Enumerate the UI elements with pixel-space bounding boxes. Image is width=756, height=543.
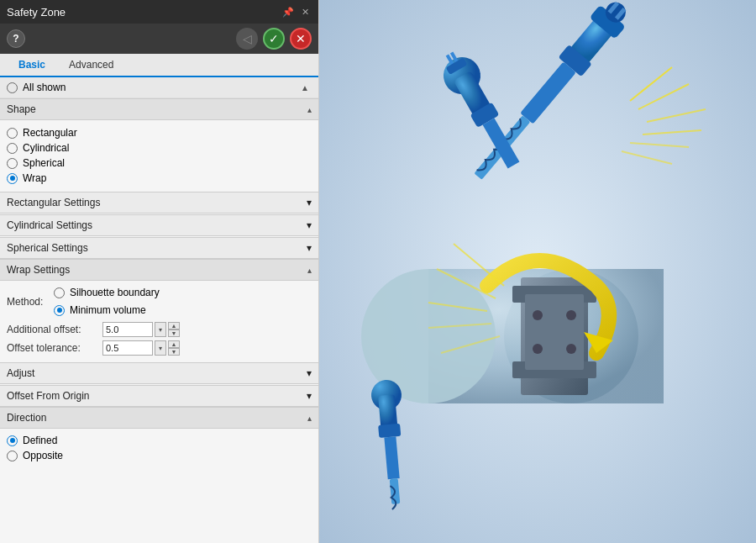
method-silhouette-label: Silhouette boundary [70,287,160,298]
rectangular-settings-header[interactable]: Rectangular Settings ▾ [0,192,318,214]
rectangular-settings-chevron: ▾ [307,197,312,208]
window-close-icon[interactable]: ✕ [298,5,312,18]
offset-tolerance-row: Offset tolerance: ▾ ▲ ▼ [7,339,312,357]
toolbar-row: ? ◁ ✓ ✕ [0,24,318,54]
spherical-settings-header[interactable]: Spherical Settings ▾ [0,237,318,259]
direction-section-chevron: ▴ [307,414,312,423]
method-silhouette-option[interactable]: Silhouette boundary [54,285,160,300]
left-panel: Safety Zone 📌 ✕ ? ◁ ✓ ✕ Basic Advanced A… [0,0,319,543]
additional-offset-input-group: ▾ ▲ ▼ [102,322,180,337]
offset-from-origin-header[interactable]: Offset From Origin ▾ [0,385,318,407]
shape-section-body: Rectangular Cylindrical Spherical Wrap [0,120,318,191]
additional-offset-spin-down[interactable]: ▼ [168,329,180,337]
all-shown-label: All shown [23,82,66,93]
title-bar: Safety Zone 📌 ✕ [0,0,318,24]
cylindrical-settings-chevron: ▾ [307,219,312,231]
additional-offset-row: Additional offset: ▾ ▲ ▼ [7,320,312,339]
offset-tolerance-input-group: ▾ ▲ ▼ [102,340,180,356]
shape-wrap-radio[interactable] [7,173,18,184]
method-silhouette-radio[interactable] [54,287,65,298]
method-minimum-option[interactable]: Minimum volume [54,303,160,318]
shape-spherical-label: Spherical [23,157,65,169]
ok-button[interactable]: ✓ [263,28,285,50]
all-shown-row: All shown ▲ [0,77,318,98]
panel-scroll[interactable]: Shape ▴ Rectangular Cylindrical Spherica… [0,98,318,543]
additional-offset-spinners: ▲ ▼ [168,322,180,337]
spherical-settings-chevron: ▾ [307,242,312,254]
viewport-3d[interactable] [319,0,756,543]
help-button[interactable]: ? [7,29,25,48]
direction-opposite-label: Opposite [23,450,63,461]
shape-wrap-option[interactable]: Wrap [7,171,312,186]
shape-chevron: ▴ [307,105,312,114]
back-button[interactable]: ◁ [236,28,258,50]
tab-advanced[interactable]: Advanced [57,54,125,77]
method-row: Method: Silhouette boundary Minimum volu… [7,285,312,318]
adjust-section-label: Adjust [7,367,34,379]
additional-offset-input[interactable] [102,322,153,337]
shape-spherical-option[interactable]: Spherical [7,156,312,171]
svg-rect-7 [525,294,584,370]
all-shown-radio[interactable] [7,82,18,93]
shape-rectangular-option[interactable]: Rectangular [7,125,312,140]
tabs-row: Basic Advanced [0,54,318,77]
window-title: Safety Zone [7,6,66,18]
shape-cylindrical-option[interactable]: Cylindrical [7,140,312,156]
adjust-section-header[interactable]: Adjust ▾ [0,362,318,384]
direction-defined-option[interactable]: Defined [7,433,312,448]
adjust-section-chevron: ▾ [307,367,312,379]
wrap-settings-label: Wrap Settings [7,264,70,276]
svg-point-11 [566,344,576,354]
svg-point-8 [533,310,543,320]
svg-point-9 [566,310,576,320]
shape-section-header[interactable]: Shape ▴ [0,98,318,120]
direction-section-label: Direction [7,412,46,424]
method-label: Method: [7,296,50,308]
offset-tolerance-spin-up[interactable]: ▲ [168,340,180,348]
direction-section-header[interactable]: Direction ▴ [0,407,318,429]
scroll-up-button[interactable]: ▲ [298,81,312,94]
title-bar-icons: 📌 ✕ [281,5,312,18]
additional-offset-label: Additional offset: [7,324,99,335]
shape-cylindrical-radio[interactable] [7,143,18,154]
offset-tolerance-dropdown[interactable]: ▾ [155,340,166,356]
offset-tolerance-spinners: ▲ ▼ [168,340,180,356]
action-buttons: ◁ ✓ ✕ [236,28,312,50]
direction-opposite-option[interactable]: Opposite [7,448,312,463]
spherical-settings-label: Spherical Settings [7,242,88,254]
direction-defined-radio[interactable] [7,435,18,446]
wrap-settings-header[interactable]: Wrap Settings ▴ [0,259,318,281]
tab-basic[interactable]: Basic [7,54,57,77]
rectangular-settings-label: Rectangular Settings [7,197,100,208]
svg-rect-30 [378,424,401,438]
shape-cylindrical-label: Cylindrical [23,142,69,154]
wrap-settings-chevron: ▴ [307,266,312,275]
shape-rectangular-label: Rectangular [23,127,77,139]
method-minimum-radio[interactable] [54,305,65,316]
method-minimum-label: Minimum volume [70,304,146,316]
method-options: Silhouette boundary Minimum volume [54,285,160,318]
direction-section-body: Defined Opposite [0,429,318,467]
title-bar-left: Safety Zone [7,6,66,18]
wrap-settings-body: Method: Silhouette boundary Minimum volu… [0,281,318,361]
cylindrical-settings-header[interactable]: Cylindrical Settings ▾ [0,214,318,236]
pin-icon[interactable]: 📌 [281,5,295,18]
shape-rectangular-radio[interactable] [7,128,18,139]
shape-wrap-label: Wrap [23,172,46,184]
additional-offset-dropdown[interactable]: ▾ [155,322,166,337]
direction-defined-label: Defined [23,435,57,446]
shape-section-label: Shape [7,103,36,115]
shape-spherical-radio[interactable] [7,158,18,169]
cancel-button[interactable]: ✕ [290,28,312,50]
3d-scene-svg [319,0,756,543]
cylindrical-settings-label: Cylindrical Settings [7,219,92,231]
direction-opposite-radio[interactable] [7,451,18,461]
additional-offset-spin-up[interactable]: ▲ [168,322,180,329]
offset-tolerance-label: Offset tolerance: [7,342,99,354]
offset-tolerance-input[interactable] [102,340,153,356]
offset-tolerance-spin-down[interactable]: ▼ [168,348,180,356]
svg-point-10 [533,344,543,354]
offset-from-origin-label: Offset From Origin [7,390,89,402]
offset-from-origin-chevron: ▾ [307,390,312,402]
